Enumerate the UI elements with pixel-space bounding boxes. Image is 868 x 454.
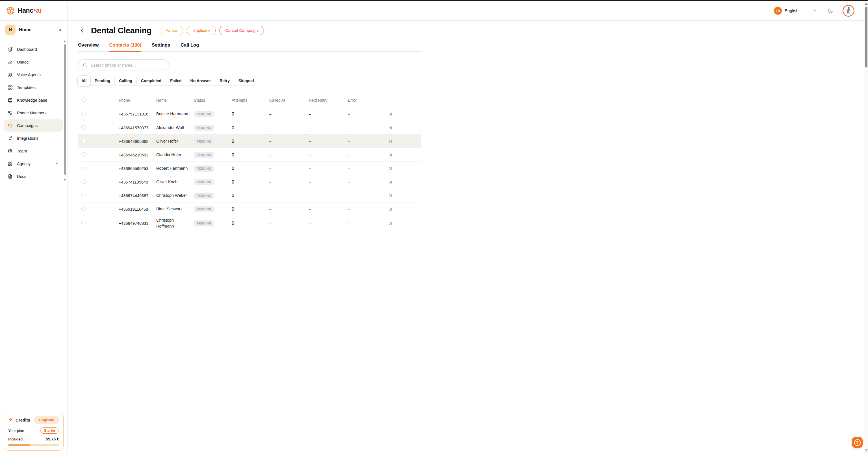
- error-value: –: [348, 207, 384, 211]
- duplicate-button[interactable]: Duplicate: [187, 26, 216, 35]
- next-retry-value: –: [309, 180, 348, 184]
- sidebar-item-usage[interactable]: Usage: [4, 56, 63, 68]
- filter-skipped[interactable]: Skipped: [234, 76, 258, 85]
- phone-value: +436648605662: [119, 139, 156, 144]
- sidebar-scroll-down-arrow[interactable]: [63, 179, 66, 181]
- row-check-cell: [78, 193, 119, 198]
- row-checkbox[interactable]: [82, 111, 86, 116]
- filter-pending[interactable]: Pending: [90, 76, 115, 85]
- status-badge: PENDING: [194, 165, 214, 172]
- skip-contact-button[interactable]: [388, 180, 393, 185]
- phone-value: +436865590253: [119, 166, 156, 171]
- select-caret-icon: [58, 28, 62, 32]
- row-actions-cell: [384, 166, 421, 171]
- column-header: Phone: [119, 98, 156, 102]
- chevron-down-icon: [55, 162, 59, 166]
- row-checkbox[interactable]: [82, 125, 86, 130]
- skip-contact-button[interactable]: [388, 111, 393, 117]
- skip-contact-button[interactable]: [388, 193, 393, 198]
- name-value: Christoph Hoffmann: [156, 217, 194, 227]
- search-input[interactable]: [78, 59, 169, 71]
- skip-contact-button[interactable]: [388, 207, 393, 212]
- sidebar-item-campaigns[interactable]: Campaigns: [4, 120, 63, 132]
- sidebar-item-integrations[interactable]: Integrations: [4, 132, 63, 144]
- called-at-value: –: [269, 166, 309, 170]
- table-body: +436757131016Brigitte HartmannPENDING0––…: [78, 107, 421, 227]
- skip-contact-button[interactable]: [388, 153, 393, 158]
- column-header: Attempts: [232, 98, 269, 102]
- filter-no-answer[interactable]: No Answer: [186, 76, 215, 85]
- skip-contact-button[interactable]: [388, 221, 393, 226]
- error-value: –: [348, 153, 384, 157]
- phone-value: +436741199640: [119, 180, 156, 184]
- window-top-edge: [0, 0, 434, 1]
- table-row[interactable]: +436946210592Claudia HoferPENDING0–––: [78, 148, 421, 162]
- tab-contacts[interactable]: Contacts (100): [109, 42, 141, 52]
- filter-failed[interactable]: Failed: [165, 76, 186, 85]
- row-actions-cell: [384, 207, 421, 212]
- tab-call-log[interactable]: Call Log: [181, 42, 199, 52]
- column-header: Error: [348, 98, 384, 102]
- filter-completed[interactable]: Completed: [136, 76, 165, 85]
- next-retry-value: –: [309, 193, 348, 198]
- workspace-switcher[interactable]: H Home: [0, 21, 67, 39]
- sidebar-item-docs[interactable]: Docs: [4, 170, 63, 183]
- tab-settings[interactable]: Settings: [152, 42, 170, 52]
- pause-button[interactable]: Pause: [160, 26, 183, 35]
- sidebar-scrollbar-thumb[interactable]: [64, 44, 66, 175]
- sidebar-item-phone-numbers[interactable]: Phone Numbers: [4, 107, 63, 119]
- table-row[interactable]: +436865590253Robert HartmannPENDING0–––: [78, 162, 421, 175]
- search-icon: [82, 62, 88, 68]
- sidebar-item-dashboard[interactable]: Dashboard: [4, 43, 63, 55]
- table-row[interactable]: +436941570877Alexander WolfPENDING0–––: [78, 121, 421, 134]
- attempts-value: 0: [232, 125, 269, 130]
- sidebar-scroll-up-arrow[interactable]: [63, 40, 66, 42]
- skip-contact-button[interactable]: [388, 139, 393, 144]
- table-row[interactable]: +436919116468Birgit SchwarzPENDING0–––: [78, 202, 421, 216]
- column-header: Next Retry: [309, 98, 348, 102]
- next-retry-value: –: [309, 126, 348, 130]
- chevron-left-icon: [79, 27, 85, 34]
- table-row[interactable]: +436849748833Christoph HoffmannPENDING0–…: [78, 216, 421, 227]
- table-row[interactable]: +436974449387Christoph WeberPENDING0–––: [78, 189, 421, 202]
- table-row[interactable]: +436648605662Oliver HoferPENDING0–––: [78, 134, 421, 148]
- row-check-cell: [78, 152, 119, 158]
- status-badge: PENDING: [194, 111, 214, 117]
- brand-word-separator: •: [34, 7, 36, 14]
- row-checkbox[interactable]: [82, 206, 86, 211]
- called-at-value: –: [269, 207, 309, 211]
- column-header: Status: [194, 98, 232, 102]
- status-cell: PENDING: [194, 125, 232, 131]
- main-content: Dental Cleaning PauseDuplicateCancel Cam…: [68, 21, 434, 227]
- table-row[interactable]: +436757131016Brigitte HartmannPENDING0––…: [78, 107, 421, 121]
- skip-contact-button[interactable]: [388, 125, 393, 130]
- called-at-value: –: [269, 193, 309, 198]
- skip-contact-button[interactable]: [388, 166, 393, 171]
- tab-overview[interactable]: Overview: [78, 42, 99, 52]
- filter-retry[interactable]: Retry: [215, 76, 234, 85]
- topbar-right: EN English: [67, 1, 434, 20]
- cancel-campaign-button[interactable]: Cancel Campaign: [219, 26, 264, 35]
- sidebar-item-agency[interactable]: Agency: [4, 158, 63, 170]
- status-badge: PENDING: [194, 138, 214, 144]
- sidebar-item-templates[interactable]: Templates: [4, 81, 63, 93]
- row-checkbox[interactable]: [82, 139, 86, 143]
- filter-all[interactable]: All: [78, 76, 90, 86]
- sidebar-item-knowledge-base[interactable]: Knowledge base: [4, 94, 63, 106]
- row-checkbox[interactable]: [82, 193, 86, 197]
- row-checkbox[interactable]: [82, 166, 86, 170]
- name-value: Robert Hartmann: [156, 165, 194, 171]
- sidebar-item-team[interactable]: Team: [4, 145, 63, 157]
- row-checkbox[interactable]: [82, 152, 86, 157]
- name-value: Christoph Weber: [156, 193, 194, 198]
- back-button[interactable]: [78, 26, 87, 35]
- sidebar-item-label: Voice Agents: [17, 72, 59, 77]
- sidebar-item-voice-agents[interactable]: Voice Agents: [4, 69, 63, 81]
- table-row[interactable]: +436741199640Oliver KochPENDING0–––: [78, 175, 421, 189]
- knowledge-base-icon: [7, 97, 13, 103]
- row-checkbox[interactable]: [82, 221, 86, 225]
- select-all-checkbox[interactable]: [82, 97, 86, 102]
- row-checkbox[interactable]: [82, 179, 86, 184]
- row-actions-cell: [384, 193, 421, 198]
- filter-calling[interactable]: Calling: [115, 76, 136, 85]
